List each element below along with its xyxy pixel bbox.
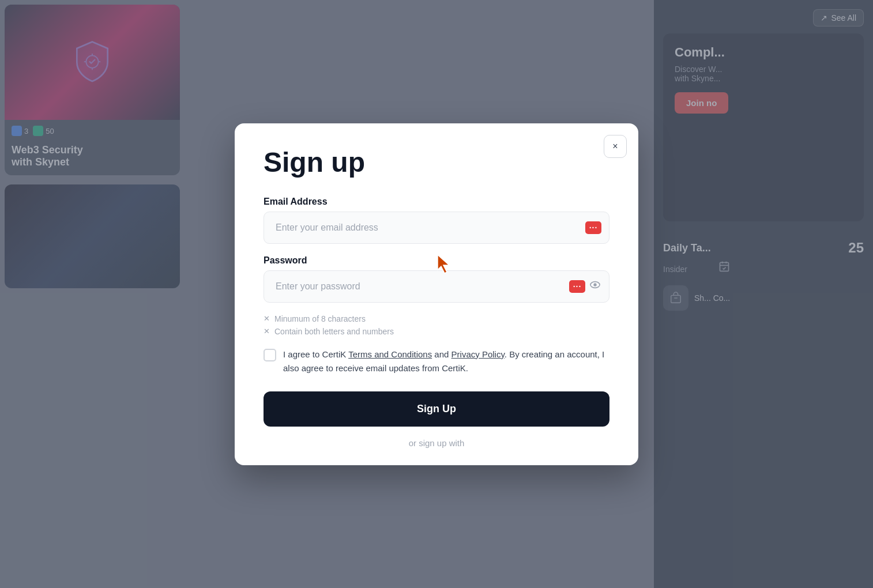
privacy-policy-link[interactable]: Privacy Policy: [451, 349, 505, 359]
svg-point-8: [593, 283, 596, 286]
password-hints: ✕ Minumum of 8 characters ✕ Contain both…: [264, 314, 609, 336]
signup-button[interactable]: Sign Up: [264, 391, 609, 427]
email-dots-icon: [585, 221, 601, 234]
password-input-icons: [569, 280, 601, 293]
email-input-wrapper: [264, 212, 609, 244]
email-label: Email Address: [264, 197, 609, 207]
signup-modal: × Sign up Email Address Password: [235, 123, 638, 465]
hint-x-icon-2: ✕: [264, 327, 270, 336]
or-signup-text: or sign up with: [264, 438, 609, 448]
email-input[interactable]: [264, 212, 609, 244]
close-icon: ×: [612, 141, 618, 152]
terms-row: I agree to CertiK Terms and Conditions a…: [264, 348, 609, 375]
hint-min-chars: ✕ Minumum of 8 characters: [264, 314, 609, 323]
modal-overlay: × Sign up Email Address Password: [0, 0, 873, 588]
email-input-icons: [585, 221, 601, 234]
hint-letters-numbers: ✕ Contain both letters and numbers: [264, 327, 609, 336]
hint-x-icon-1: ✕: [264, 314, 270, 323]
password-label: Password: [264, 255, 609, 266]
close-button[interactable]: ×: [604, 135, 627, 158]
eye-icon[interactable]: [589, 280, 601, 292]
terms-conditions-link[interactable]: Terms and Conditions: [348, 349, 432, 359]
password-input[interactable]: [264, 270, 609, 303]
password-input-wrapper: [264, 270, 609, 303]
terms-checkbox[interactable]: [264, 349, 276, 361]
password-dots-icon: [569, 280, 585, 293]
modal-title: Sign up: [264, 146, 609, 178]
terms-text: I agree to CertiK Terms and Conditions a…: [283, 348, 609, 375]
